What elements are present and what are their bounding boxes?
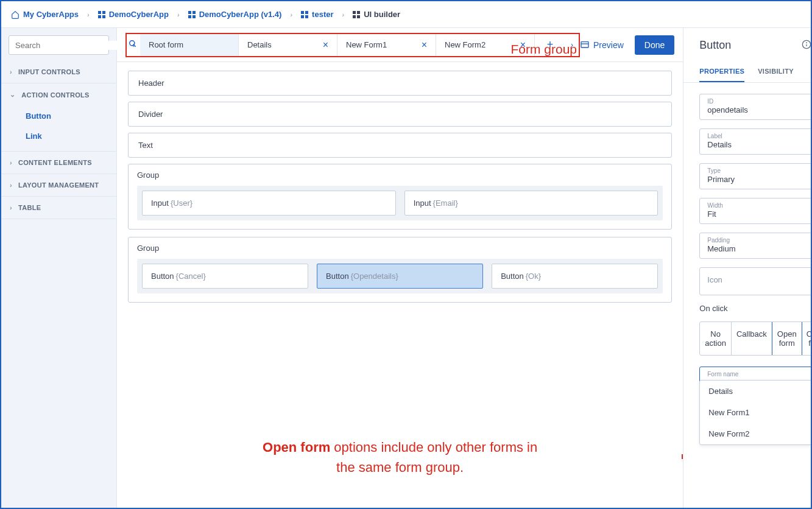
search-field[interactable] bbox=[9, 41, 124, 50]
sidebar-section-content-elements[interactable]: ›CONTENT ELEMENTS bbox=[1, 152, 116, 174]
search-input[interactable] bbox=[9, 35, 109, 55]
grid-icon bbox=[98, 11, 105, 18]
field-type[interactable]: Type Primary ⌄ bbox=[699, 163, 812, 189]
field-width[interactable]: Width Fit ⌄ bbox=[699, 198, 812, 224]
svg-rect-11 bbox=[305, 15, 308, 18]
dropdown-opt-newform2[interactable]: New Form2 bbox=[700, 423, 812, 444]
opt-callback[interactable]: Callback bbox=[732, 322, 772, 355]
widget-header[interactable]: Header bbox=[128, 71, 672, 96]
input-email[interactable]: Input{Email} bbox=[404, 191, 658, 216]
preview-icon bbox=[580, 40, 590, 50]
chevron-right-icon: › bbox=[10, 159, 12, 166]
field-icon[interactable]: Icon bbox=[699, 267, 812, 295]
tab-properties[interactable]: PROPERTIES bbox=[699, 63, 744, 82]
crumb-ui-builder: UI builder bbox=[353, 10, 400, 19]
group-label: Group bbox=[137, 170, 663, 180]
annotation-open-form: Open form options include only other for… bbox=[258, 437, 542, 477]
crumb-tester[interactable]: tester bbox=[301, 10, 333, 19]
topbar: ‹ Root form Details× New Form1× New Form… bbox=[117, 28, 683, 62]
canvas: Header Divider Text Group Input{User} In… bbox=[117, 62, 683, 508]
crumb-version[interactable]: DemoCyberApp (v1.4) bbox=[188, 10, 282, 19]
widget-group-inputs[interactable]: Group Input{User} Input{Email} bbox=[128, 164, 672, 230]
info-icon[interactable] bbox=[802, 40, 811, 52]
sidebar-section-table[interactable]: ›TABLE bbox=[1, 197, 116, 219]
close-icon[interactable]: × bbox=[323, 40, 328, 51]
svg-rect-8 bbox=[301, 11, 304, 14]
field-padding[interactable]: Padding Medium ⌄ bbox=[699, 233, 812, 259]
svg-rect-10 bbox=[301, 15, 304, 18]
svg-rect-2 bbox=[98, 15, 101, 18]
svg-rect-18 bbox=[581, 41, 588, 47]
dropdown-opt-newform1[interactable]: New Form1 bbox=[700, 402, 812, 423]
breadcrumb: My CyberApps › DemoCyberApp › DemoCyberA… bbox=[1, 1, 811, 28]
svg-rect-6 bbox=[188, 15, 191, 18]
panel-title: Button bbox=[699, 39, 731, 52]
sidebar-section-input-controls[interactable]: ›INPUT CONTROLS bbox=[1, 61, 116, 83]
group-label: Group bbox=[137, 244, 663, 253]
svg-rect-9 bbox=[305, 11, 308, 14]
form-name-dropdown: Details New Form1 New Form2 bbox=[699, 380, 812, 445]
field-label[interactable]: Label Details bbox=[699, 128, 812, 155]
svg-rect-3 bbox=[102, 15, 105, 18]
sidebar-item-link[interactable]: Link bbox=[1, 126, 116, 146]
chevron-right-icon: › bbox=[10, 181, 12, 189]
main: ‹ Root form Details× New Form1× New Form… bbox=[117, 28, 683, 508]
breadcrumb-sep: › bbox=[87, 11, 90, 18]
properties-panel: Button PROPERTIES VISIBILITY ID opendeta… bbox=[683, 28, 812, 508]
grid-icon bbox=[353, 11, 360, 18]
grid-icon bbox=[301, 11, 308, 18]
breadcrumb-sep: › bbox=[177, 11, 180, 18]
form-tabs-group: ‹ Root form Details× New Form1× New Form… bbox=[125, 33, 580, 57]
close-icon[interactable]: × bbox=[422, 40, 427, 51]
chevron-down-icon: ⌄ bbox=[10, 91, 15, 99]
button-cancel[interactable]: Button{Cancel} bbox=[142, 264, 308, 289]
button-ok[interactable]: Button{Ok} bbox=[492, 264, 658, 289]
crumb-my-cyberapps[interactable]: My CyberApps bbox=[11, 10, 79, 19]
crumb-app[interactable]: DemoCyberApp bbox=[98, 10, 169, 19]
onclick-label: On click bbox=[699, 304, 812, 313]
svg-rect-14 bbox=[353, 15, 356, 18]
onclick-options: No action Callback Open form Close form bbox=[699, 321, 812, 356]
home-icon bbox=[11, 10, 19, 19]
svg-rect-0 bbox=[98, 11, 101, 14]
sidebar-item-button[interactable]: Button bbox=[1, 106, 116, 126]
chevron-right-icon: › bbox=[10, 68, 12, 75]
field-id[interactable]: ID opendetails bbox=[699, 94, 812, 120]
opt-close-form[interactable]: Close form bbox=[802, 322, 812, 355]
chevron-right-icon: › bbox=[10, 204, 12, 211]
sidebar: ›INPUT CONTROLS ⌄ACTION CONTROLS Button … bbox=[1, 28, 117, 508]
widget-divider[interactable]: Divider bbox=[128, 102, 672, 127]
button-opendetails[interactable]: Button{Opendetails} bbox=[317, 264, 483, 289]
widget-group-buttons[interactable]: Group Button{Cancel} Button{Opendetails}… bbox=[128, 237, 672, 303]
svg-rect-13 bbox=[357, 11, 360, 14]
breadcrumb-sep: › bbox=[342, 11, 345, 18]
opt-open-form[interactable]: Open form bbox=[772, 321, 802, 356]
svg-rect-7 bbox=[192, 15, 196, 18]
sidebar-section-layout-management[interactable]: ›LAYOUT MANAGEMENT bbox=[1, 174, 116, 196]
form-tab-newform1[interactable]: New Form1× bbox=[337, 34, 436, 56]
svg-rect-4 bbox=[188, 11, 191, 14]
breadcrumb-sep: › bbox=[290, 11, 292, 18]
annotation-form-group: Form group bbox=[510, 42, 577, 57]
form-tab-details[interactable]: Details× bbox=[239, 34, 337, 56]
input-user[interactable]: Input{User} bbox=[142, 191, 396, 216]
opt-no-action[interactable]: No action bbox=[700, 322, 732, 355]
grid-icon bbox=[188, 11, 196, 18]
done-button[interactable]: Done bbox=[635, 35, 674, 55]
tab-visibility[interactable]: VISIBILITY bbox=[758, 63, 794, 82]
widget-text[interactable]: Text bbox=[128, 133, 672, 158]
preview-button[interactable]: Preview bbox=[580, 40, 624, 50]
svg-rect-1 bbox=[102, 11, 105, 14]
svg-rect-15 bbox=[357, 15, 360, 18]
svg-rect-12 bbox=[353, 11, 356, 14]
dropdown-opt-details[interactable]: Details bbox=[700, 381, 812, 402]
svg-point-22 bbox=[807, 43, 807, 43]
sidebar-section-action-controls[interactable]: ⌄ACTION CONTROLS bbox=[1, 83, 116, 106]
svg-rect-5 bbox=[192, 11, 196, 14]
tabs-prev-icon[interactable]: ‹ bbox=[127, 41, 140, 49]
form-tab-root[interactable]: Root form bbox=[140, 34, 239, 56]
